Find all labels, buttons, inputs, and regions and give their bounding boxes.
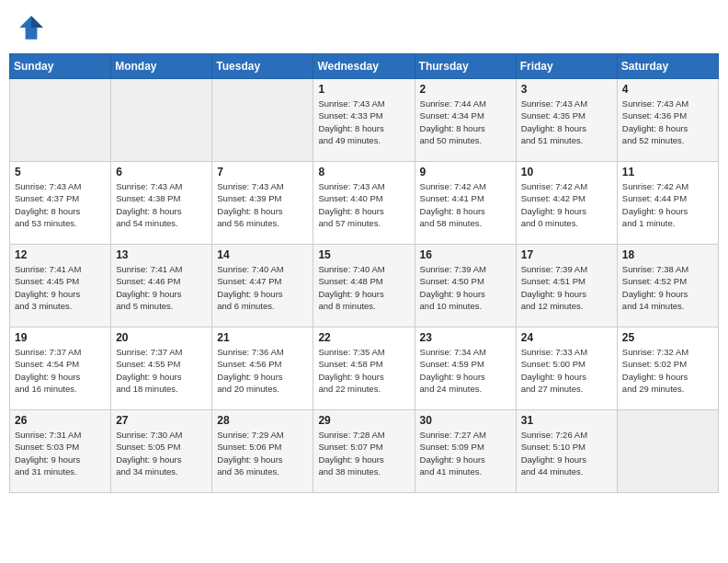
svg-marker-1: [31, 16, 43, 28]
day-cell: [617, 410, 718, 493]
day-cell: 25Sunrise: 7:32 AM Sunset: 5:02 PM Dayli…: [617, 327, 718, 410]
day-info: Sunrise: 7:26 AM Sunset: 5:10 PM Dayligh…: [521, 429, 612, 477]
day-info: Sunrise: 7:27 AM Sunset: 5:09 PM Dayligh…: [420, 429, 511, 477]
day-info: Sunrise: 7:42 AM Sunset: 4:44 PM Dayligh…: [622, 180, 713, 229]
day-cell: 29Sunrise: 7:28 AM Sunset: 5:07 PM Dayli…: [313, 410, 415, 493]
day-info: Sunrise: 7:34 AM Sunset: 4:59 PM Dayligh…: [420, 346, 511, 395]
day-number: 18: [622, 248, 713, 261]
day-number: 2: [420, 83, 511, 96]
day-cell: [111, 79, 212, 162]
day-number: 10: [521, 166, 612, 178]
day-info: Sunrise: 7:43 AM Sunset: 4:39 PM Dayligh…: [217, 180, 308, 229]
day-number: 17: [521, 248, 612, 261]
header-friday: Friday: [516, 54, 617, 79]
day-number: 25: [622, 331, 713, 344]
day-cell: 2Sunrise: 7:44 AM Sunset: 4:34 PM Daylig…: [415, 79, 516, 162]
day-info: Sunrise: 7:38 AM Sunset: 4:52 PM Dayligh…: [622, 263, 713, 312]
day-info: Sunrise: 7:43 AM Sunset: 4:38 PM Dayligh…: [116, 180, 207, 229]
day-number: 8: [318, 166, 409, 178]
day-number: 4: [622, 83, 713, 96]
logo: [17, 13, 50, 42]
day-cell: 17Sunrise: 7:39 AM Sunset: 4:51 PM Dayli…: [516, 245, 617, 327]
week-row-5: 26Sunrise: 7:31 AM Sunset: 5:03 PM Dayli…: [10, 410, 719, 493]
day-number: 24: [521, 331, 612, 344]
day-info: Sunrise: 7:39 AM Sunset: 4:50 PM Dayligh…: [420, 263, 511, 312]
day-cell: 3Sunrise: 7:43 AM Sunset: 4:35 PM Daylig…: [516, 79, 617, 162]
day-info: Sunrise: 7:31 AM Sunset: 5:03 PM Dayligh…: [15, 429, 106, 477]
header-tuesday: Tuesday: [212, 54, 313, 79]
day-info: Sunrise: 7:41 AM Sunset: 4:45 PM Dayligh…: [15, 263, 106, 312]
week-row-2: 5Sunrise: 7:43 AM Sunset: 4:37 PM Daylig…: [10, 162, 719, 245]
day-number: 14: [217, 248, 308, 261]
day-info: Sunrise: 7:42 AM Sunset: 4:41 PM Dayligh…: [420, 180, 511, 229]
day-number: 15: [318, 248, 409, 261]
day-cell: 6Sunrise: 7:43 AM Sunset: 4:38 PM Daylig…: [111, 162, 212, 245]
header-row: SundayMondayTuesdayWednesdayThursdayFrid…: [10, 54, 719, 79]
day-cell: 9Sunrise: 7:42 AM Sunset: 4:41 PM Daylig…: [415, 162, 516, 245]
day-number: 3: [521, 83, 612, 96]
day-cell: 7Sunrise: 7:43 AM Sunset: 4:39 PM Daylig…: [212, 162, 313, 245]
day-cell: 21Sunrise: 7:36 AM Sunset: 4:56 PM Dayli…: [212, 327, 313, 410]
day-info: Sunrise: 7:37 AM Sunset: 4:55 PM Dayligh…: [116, 346, 207, 395]
header-monday: Monday: [111, 54, 212, 79]
day-number: 16: [420, 248, 511, 261]
day-number: 7: [217, 166, 308, 178]
day-cell: 8Sunrise: 7:43 AM Sunset: 4:40 PM Daylig…: [313, 162, 415, 245]
day-info: Sunrise: 7:33 AM Sunset: 5:00 PM Dayligh…: [521, 346, 612, 395]
day-number: 30: [420, 414, 511, 427]
day-info: Sunrise: 7:35 AM Sunset: 4:58 PM Dayligh…: [318, 346, 409, 395]
day-number: 28: [217, 414, 308, 427]
day-number: 12: [15, 248, 106, 261]
day-number: 19: [15, 331, 106, 344]
day-info: Sunrise: 7:30 AM Sunset: 5:05 PM Dayligh…: [116, 429, 207, 477]
day-info: Sunrise: 7:32 AM Sunset: 5:02 PM Dayligh…: [622, 346, 713, 395]
day-info: Sunrise: 7:43 AM Sunset: 4:36 PM Dayligh…: [622, 98, 713, 146]
day-number: 22: [318, 331, 409, 344]
day-info: Sunrise: 7:43 AM Sunset: 4:40 PM Dayligh…: [318, 180, 409, 229]
week-row-1: 1Sunrise: 7:43 AM Sunset: 4:33 PM Daylig…: [10, 79, 719, 162]
day-cell: 24Sunrise: 7:33 AM Sunset: 5:00 PM Dayli…: [516, 327, 617, 410]
week-row-4: 19Sunrise: 7:37 AM Sunset: 4:54 PM Dayli…: [10, 327, 719, 410]
day-info: Sunrise: 7:43 AM Sunset: 4:37 PM Dayligh…: [15, 180, 106, 229]
day-number: 1: [318, 83, 409, 96]
day-cell: 27Sunrise: 7:30 AM Sunset: 5:05 PM Dayli…: [111, 410, 212, 493]
day-cell: 1Sunrise: 7:43 AM Sunset: 4:33 PM Daylig…: [313, 79, 415, 162]
day-number: 20: [116, 331, 207, 344]
day-cell: 23Sunrise: 7:34 AM Sunset: 4:59 PM Dayli…: [415, 327, 516, 410]
day-cell: 22Sunrise: 7:35 AM Sunset: 4:58 PM Dayli…: [313, 327, 415, 410]
day-cell: 11Sunrise: 7:42 AM Sunset: 4:44 PM Dayli…: [617, 162, 718, 245]
day-cell: 12Sunrise: 7:41 AM Sunset: 4:45 PM Dayli…: [10, 245, 111, 327]
logo-icon: [17, 13, 46, 42]
day-cell: 26Sunrise: 7:31 AM Sunset: 5:03 PM Dayli…: [10, 410, 111, 493]
day-cell: 20Sunrise: 7:37 AM Sunset: 4:55 PM Dayli…: [111, 327, 212, 410]
day-info: Sunrise: 7:28 AM Sunset: 5:07 PM Dayligh…: [318, 429, 409, 477]
day-info: Sunrise: 7:43 AM Sunset: 4:33 PM Dayligh…: [318, 98, 409, 146]
day-info: Sunrise: 7:41 AM Sunset: 4:46 PM Dayligh…: [116, 263, 207, 312]
day-number: 6: [116, 166, 207, 178]
calendar-table: SundayMondayTuesdayWednesdayThursdayFrid…: [9, 53, 719, 493]
day-number: 9: [420, 166, 511, 178]
day-info: Sunrise: 7:29 AM Sunset: 5:06 PM Dayligh…: [217, 429, 308, 477]
day-number: 11: [622, 166, 713, 178]
day-cell: [10, 79, 111, 162]
header-thursday: Thursday: [415, 54, 516, 79]
page-header: [9, 9, 719, 46]
day-cell: 14Sunrise: 7:40 AM Sunset: 4:47 PM Dayli…: [212, 245, 313, 327]
day-cell: 18Sunrise: 7:38 AM Sunset: 4:52 PM Dayli…: [617, 245, 718, 327]
header-sunday: Sunday: [10, 54, 111, 79]
day-info: Sunrise: 7:40 AM Sunset: 4:47 PM Dayligh…: [217, 263, 308, 312]
day-cell: [212, 79, 313, 162]
day-cell: 19Sunrise: 7:37 AM Sunset: 4:54 PM Dayli…: [10, 327, 111, 410]
day-number: 13: [116, 248, 207, 261]
week-row-3: 12Sunrise: 7:41 AM Sunset: 4:45 PM Dayli…: [10, 245, 719, 327]
day-number: 5: [15, 166, 106, 178]
day-number: 27: [116, 414, 207, 427]
day-number: 29: [318, 414, 409, 427]
day-info: Sunrise: 7:37 AM Sunset: 4:54 PM Dayligh…: [15, 346, 106, 395]
day-cell: 16Sunrise: 7:39 AM Sunset: 4:50 PM Dayli…: [415, 245, 516, 327]
header-wednesday: Wednesday: [313, 54, 415, 79]
day-cell: 4Sunrise: 7:43 AM Sunset: 4:36 PM Daylig…: [617, 79, 718, 162]
day-cell: 10Sunrise: 7:42 AM Sunset: 4:42 PM Dayli…: [516, 162, 617, 245]
day-info: Sunrise: 7:39 AM Sunset: 4:51 PM Dayligh…: [521, 263, 612, 312]
day-number: 21: [217, 331, 308, 344]
